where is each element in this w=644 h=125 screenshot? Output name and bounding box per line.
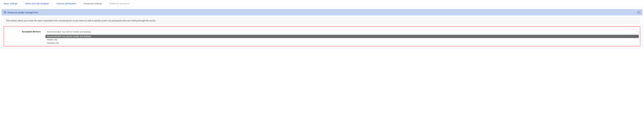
accepted-devices-row: Accepted devices Recommended: Any device…	[4, 26, 640, 46]
accepted-devices-select[interactable]: Recommended: Any device mobile and deskt…	[45, 29, 639, 34]
chevron-down-icon	[636, 31, 638, 33]
option-desktop-only[interactable]: Desktop only	[46, 41, 639, 45]
collapse-toggle[interactable]	[638, 11, 640, 14]
panel-body: This section allows you to bar the same …	[2, 15, 642, 48]
svg-point-0	[4, 11, 6, 13]
option-mobile-only[interactable]: Mobile only	[46, 38, 639, 41]
tab-choose-participants[interactable]: Choose participants	[52, 0, 80, 7]
accepted-devices-value: Recommended: Any device mobile and deskt…	[47, 31, 91, 33]
panel-response-quality: Response quality management This section…	[2, 9, 642, 49]
tab-basic-settings[interactable]: Basic settings	[0, 0, 21, 7]
panel-header[interactable]: Response quality management	[2, 9, 642, 15]
caret-down-icon	[638, 11, 640, 13]
accepted-devices-label: Accepted devices	[5, 29, 41, 33]
panel-header-left: Response quality management	[4, 11, 38, 14]
accepted-devices-control: Recommended: Any device mobile and deskt…	[45, 29, 639, 45]
tab-advanced-settings[interactable]: Advanced settings	[80, 0, 106, 7]
option-any-device[interactable]: Recommended: Any device mobile and deskt…	[46, 35, 639, 38]
tab-additional-questions[interactable]: Additional questions	[106, 0, 133, 7]
check-circle-icon	[4, 11, 6, 13]
accepted-devices-dropdown: Recommended: Any device mobile and deskt…	[46, 35, 639, 45]
tab-select-template[interactable]: Select and edit template	[21, 0, 53, 7]
tab-bar: Basic settings Select and edit template …	[0, 0, 644, 7]
panel-info-text: This section allows you to bar the same …	[4, 17, 640, 24]
panel-title: Response quality management	[7, 11, 38, 14]
